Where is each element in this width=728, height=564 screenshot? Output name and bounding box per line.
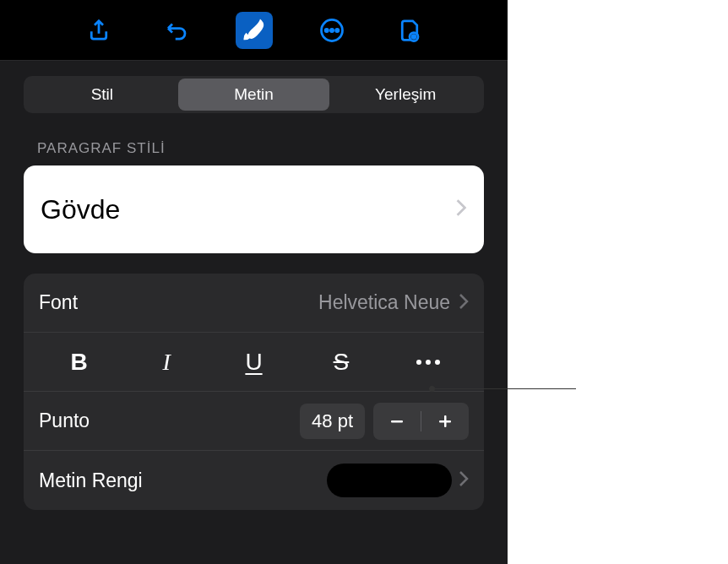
document-view-icon[interactable] bbox=[391, 12, 428, 49]
strike-label: S bbox=[334, 349, 350, 376]
paragraph-style-label: PARAGRAF STİLİ bbox=[0, 113, 508, 165]
underline-button[interactable]: U bbox=[210, 333, 297, 391]
paragraph-style-value: Gövde bbox=[41, 194, 120, 225]
svg-point-3 bbox=[335, 29, 338, 31]
format-panel: Stil Metin Yerleşim PARAGRAF STİLİ Gövde… bbox=[0, 0, 508, 564]
size-label: Punto bbox=[39, 409, 300, 432]
text-color-label: Metin Rengi bbox=[39, 469, 327, 492]
format-row: B I U S bbox=[24, 333, 484, 392]
chevron-right-icon bbox=[455, 198, 467, 220]
svg-point-1 bbox=[325, 29, 328, 31]
size-increase-button[interactable] bbox=[421, 403, 469, 440]
tab-arrange[interactable]: Yerleşim bbox=[329, 79, 481, 111]
chevron-right-icon bbox=[459, 470, 469, 491]
svg-point-5 bbox=[412, 35, 416, 38]
font-value: Helvetica Neue bbox=[318, 291, 450, 314]
more-formatting-button[interactable] bbox=[385, 333, 472, 391]
tab-text[interactable]: Metin bbox=[178, 79, 330, 111]
segmented-control: Stil Metin Yerleşim bbox=[24, 76, 484, 113]
tab-style[interactable]: Stil bbox=[26, 79, 178, 111]
font-label: Font bbox=[39, 291, 318, 314]
share-icon[interactable] bbox=[80, 12, 117, 49]
size-value[interactable]: 48 pt bbox=[300, 404, 365, 439]
italic-button[interactable]: I bbox=[122, 333, 209, 391]
size-stepper bbox=[373, 403, 469, 440]
bold-button[interactable]: B bbox=[35, 333, 122, 391]
size-decrease-button[interactable] bbox=[373, 403, 421, 440]
svg-point-2 bbox=[330, 29, 333, 31]
size-row: Punto 48 pt bbox=[24, 392, 484, 451]
paragraph-style-selector[interactable]: Gövde bbox=[24, 165, 484, 253]
more-icon[interactable] bbox=[313, 12, 350, 49]
callout-line bbox=[432, 388, 576, 389]
undo-icon[interactable] bbox=[158, 12, 195, 49]
bold-label: B bbox=[71, 349, 88, 376]
top-toolbar bbox=[0, 0, 508, 61]
font-row[interactable]: Font Helvetica Neue bbox=[24, 274, 484, 333]
chevron-right-icon bbox=[459, 293, 469, 313]
ellipsis-icon bbox=[416, 360, 440, 365]
format-brush-icon[interactable] bbox=[236, 12, 273, 49]
italic-label: I bbox=[162, 349, 170, 376]
strikethrough-button[interactable]: S bbox=[297, 333, 384, 391]
text-color-row[interactable]: Metin Rengi bbox=[24, 451, 484, 510]
tabs-container: Stil Metin Yerleşim bbox=[0, 61, 508, 113]
svg-rect-8 bbox=[444, 415, 447, 427]
svg-rect-6 bbox=[391, 420, 403, 423]
text-color-swatch[interactable] bbox=[327, 464, 452, 497]
underline-label: U bbox=[245, 349, 262, 376]
text-settings-card: Font Helvetica Neue B I U S bbox=[24, 274, 484, 510]
